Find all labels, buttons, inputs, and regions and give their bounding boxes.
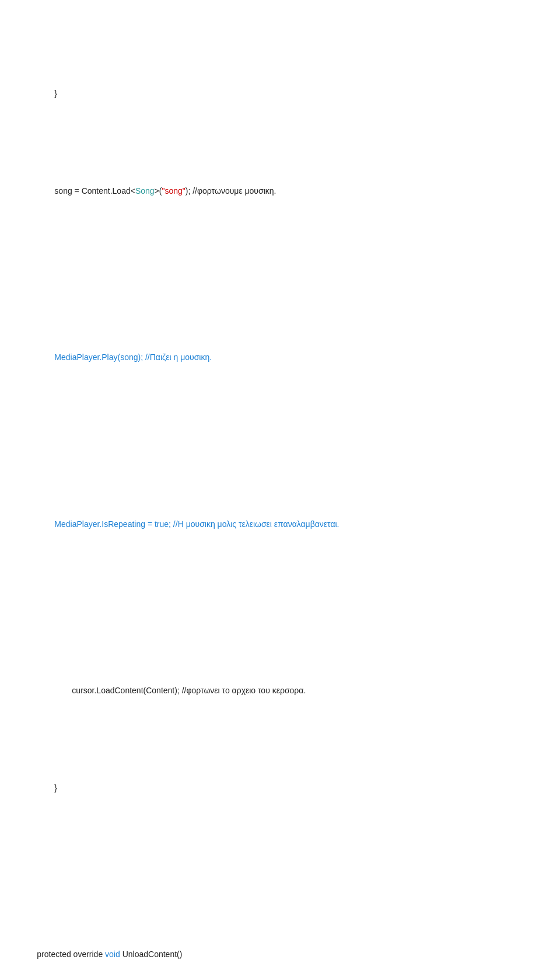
code-text: >( (155, 186, 162, 196)
code-text: void (105, 949, 120, 959)
code-line (23, 865, 537, 879)
code-line (23, 601, 537, 615)
code-text: song = Content.Load< (54, 186, 135, 196)
code-line (23, 267, 537, 281)
code-text: UnloadContent() (120, 949, 183, 959)
code-text: cursor.LoadContent(Content); //φορτωνει … (72, 686, 306, 695)
code-text: Song (135, 186, 155, 196)
code-line (23, 434, 537, 448)
code-line: } (41, 767, 537, 809)
code-text: protected override (37, 949, 105, 959)
code-line: song = Content.Load<Song>("song"); //φορ… (41, 170, 537, 212)
code-line: MediaPlayer.Play(song); //Παιζει η μουσι… (41, 337, 537, 378)
code-text: "song" (162, 186, 185, 196)
code-line: } (41, 73, 537, 114)
code-text: MediaPlayer.IsRepeating = true; //Η μουσ… (54, 519, 339, 529)
code-line: protected override void UnloadContent() (23, 934, 537, 960)
code-block: } song = Content.Load<Song>("song"); //φ… (23, 18, 537, 960)
code-line: cursor.LoadContent(Content); //φορτωνει … (58, 670, 537, 711)
code-text: ); //φορτωνουμε μουσικη. (186, 186, 276, 196)
page-content: } song = Content.Load<Song>("song"); //φ… (0, 0, 560, 960)
code-text: } (54, 89, 57, 98)
code-line: MediaPlayer.IsRepeating = true; //Η μουσ… (41, 504, 537, 545)
code-text: } (54, 783, 57, 793)
code-text: MediaPlayer.Play(song); //Παιζει η μουσι… (54, 352, 212, 362)
